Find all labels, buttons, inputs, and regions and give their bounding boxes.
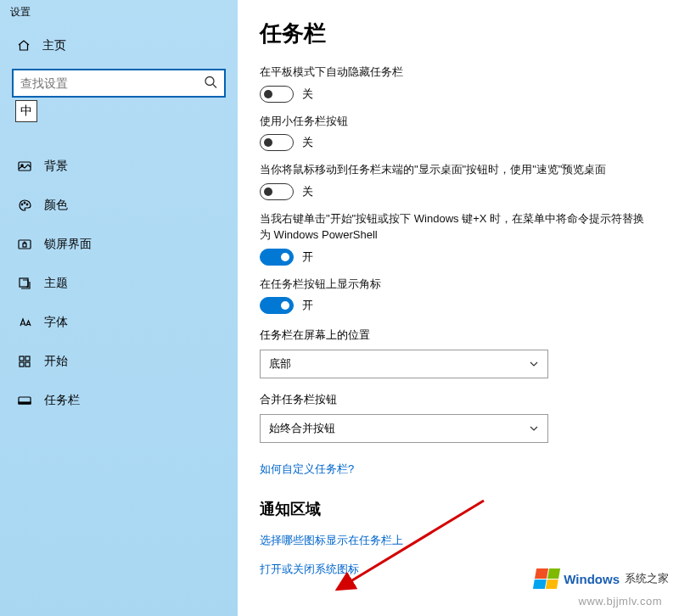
svg-point-0: [205, 77, 214, 86]
toggle-powershell[interactable]: [260, 249, 294, 266]
sidebar: 设置 主页 中: [0, 0, 238, 616]
svg-rect-7: [23, 244, 26, 247]
sidebar-item-colors[interactable]: 颜色: [0, 186, 238, 225]
sidebar-item-taskbar[interactable]: 任务栏: [0, 381, 238, 420]
svg-point-5: [26, 204, 28, 205]
toggle-state: 关: [302, 184, 313, 199]
picture-icon: [17, 159, 32, 174]
watermark-brand: Windows: [564, 572, 620, 586]
toggle-state: 开: [302, 298, 313, 313]
main-content: 任务栏 在平板模式下自动隐藏任务栏 关 使用小任务栏按钮 关 当你将鼠标移动到任…: [238, 0, 679, 616]
themes-icon: [17, 276, 32, 291]
svg-rect-11: [20, 362, 24, 367]
home-icon: [17, 39, 31, 53]
section-heading-notification: 通知区域: [260, 499, 654, 519]
sidebar-item-themes[interactable]: 主题: [0, 264, 238, 303]
toggle-auto-hide-tablet[interactable]: [260, 86, 294, 103]
svg-rect-12: [25, 362, 30, 367]
sidebar-item-label: 字体: [44, 315, 68, 330]
palette-icon: [17, 198, 32, 213]
sidebar-item-label: 背景: [44, 159, 68, 174]
search-icon: [204, 76, 217, 92]
toggle-state: 开: [302, 249, 313, 265]
link-system-icons[interactable]: 打开或关闭系统图标: [260, 562, 359, 577]
start-icon: [17, 354, 32, 369]
dropdown-value: 底部: [269, 356, 291, 372]
windows-logo-icon: [533, 568, 560, 589]
app-title: 设置: [0, 3, 238, 31]
toggle-knob: [264, 188, 272, 196]
sidebar-section-list: 背景 颜色 锁屏界面: [0, 128, 238, 420]
search-input[interactable]: [12, 69, 226, 98]
svg-rect-9: [20, 356, 24, 361]
sidebar-item-lockscreen[interactable]: 锁屏界面: [0, 225, 238, 264]
taskbar-icon: [17, 393, 32, 408]
dropdown-value: 始终合并按钮: [269, 421, 335, 436]
sidebar-item-fonts[interactable]: 字体: [0, 303, 238, 342]
sidebar-item-label: 锁屏界面: [44, 237, 92, 252]
setting-label: 当我右键单击"开始"按钮或按下 Windows 键+X 时，在菜单中将命令提示符…: [260, 210, 654, 244]
chevron-down-icon: [529, 423, 539, 434]
sidebar-home-label: 主页: [42, 38, 66, 53]
fonts-icon: [17, 315, 32, 330]
dropdown-label: 任务栏在屏幕上的位置: [260, 328, 654, 343]
sidebar-item-label: 开始: [44, 354, 68, 369]
link-select-taskbar-icons[interactable]: 选择哪些图标显示在任务栏上: [260, 533, 403, 548]
ime-badge[interactable]: 中: [15, 100, 37, 122]
svg-rect-1: [19, 162, 31, 171]
lockscreen-icon: [17, 237, 32, 252]
setting-label: 在任务栏按钮上显示角标: [260, 276, 654, 293]
setting-label: 使用小任务栏按钮: [260, 113, 654, 130]
sidebar-item-background[interactable]: 背景: [0, 147, 238, 186]
watermark-logo: Windows 系统之家: [535, 568, 669, 589]
sidebar-item-start[interactable]: 开始: [0, 342, 238, 381]
toggle-state: 关: [302, 87, 313, 102]
setting-label: 在平板模式下自动隐藏任务栏: [260, 64, 654, 81]
toggle-knob: [281, 253, 289, 261]
link-customize-taskbar[interactable]: 如何自定义任务栏?: [260, 462, 354, 477]
toggle-knob: [264, 138, 272, 147]
toggle-knob: [281, 301, 289, 310]
watermark-brand-suffix: 系统之家: [625, 571, 669, 586]
watermark-url: www.bjjmlv.com: [579, 595, 663, 608]
toggle-peek-desktop[interactable]: [260, 183, 294, 200]
sidebar-item-label: 主题: [44, 276, 68, 291]
chevron-down-icon: [529, 359, 539, 369]
sidebar-home[interactable]: 主页: [0, 31, 238, 62]
sidebar-item-label: 任务栏: [44, 393, 80, 408]
toggle-state: 关: [302, 135, 313, 150]
svg-rect-10: [25, 356, 30, 361]
toggle-small-buttons[interactable]: [260, 134, 294, 151]
svg-point-4: [24, 202, 25, 204]
toggle-badges[interactable]: [260, 297, 294, 314]
sidebar-item-label: 颜色: [44, 198, 68, 213]
dropdown-position[interactable]: 底部: [260, 350, 548, 378]
search-wrap: [12, 69, 226, 98]
svg-point-3: [21, 204, 23, 205]
toggle-knob: [264, 90, 272, 98]
dropdown-label: 合并任务栏按钮: [260, 392, 654, 407]
svg-rect-14: [19, 402, 31, 404]
setting-label: 当你将鼠标移动到任务栏末端的"显示桌面"按钮时，使用"速览"预览桌面: [260, 161, 654, 178]
page-title: 任务栏: [260, 19, 654, 48]
dropdown-combine[interactable]: 始终合并按钮: [260, 414, 548, 443]
